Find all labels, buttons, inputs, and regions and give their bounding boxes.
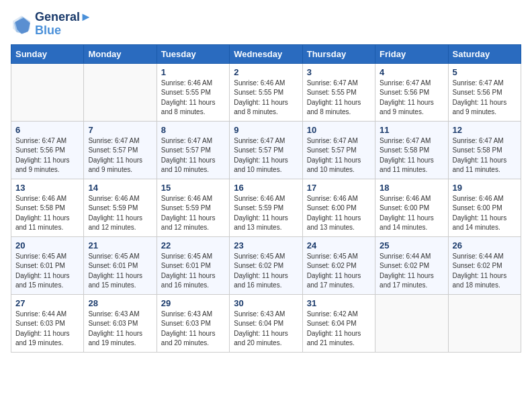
calendar-week-row: 1Sunrise: 6:46 AM Sunset: 5:55 PM Daylig… (11, 63, 521, 121)
calendar-cell: 23Sunrise: 6:45 AM Sunset: 6:02 PM Dayli… (230, 236, 302, 294)
calendar-cell: 22Sunrise: 6:45 AM Sunset: 6:01 PM Dayli… (157, 236, 229, 294)
day-number: 27 (15, 298, 79, 308)
weekday-header: Thursday (302, 44, 375, 63)
calendar-cell: 13Sunrise: 6:46 AM Sunset: 5:58 PM Dayli… (11, 179, 84, 236)
calendar-week-row: 13Sunrise: 6:46 AM Sunset: 5:58 PM Dayli… (11, 179, 521, 236)
day-number: 29 (161, 298, 225, 308)
logo-text: General► Blue (35, 11, 92, 38)
day-info: Sunrise: 6:43 AM Sunset: 6:04 PM Dayligh… (234, 310, 298, 349)
calendar-cell: 26Sunrise: 6:44 AM Sunset: 6:02 PM Dayli… (448, 236, 521, 294)
day-info: Sunrise: 6:47 AM Sunset: 5:58 PM Dayligh… (380, 136, 443, 175)
day-info: Sunrise: 6:46 AM Sunset: 6:00 PM Dayligh… (307, 194, 371, 233)
calendar-week-row: 27Sunrise: 6:44 AM Sunset: 6:03 PM Dayli… (11, 294, 521, 352)
calendar-cell: 18Sunrise: 6:46 AM Sunset: 6:00 PM Dayli… (375, 179, 448, 236)
calendar-cell: 28Sunrise: 6:43 AM Sunset: 6:03 PM Dayli… (84, 294, 157, 352)
calendar-cell: 17Sunrise: 6:46 AM Sunset: 6:00 PM Dayli… (302, 179, 375, 236)
logo: General► Blue (11, 11, 92, 38)
calendar-cell: 21Sunrise: 6:45 AM Sunset: 6:01 PM Dayli… (84, 236, 157, 294)
day-info: Sunrise: 6:43 AM Sunset: 6:03 PM Dayligh… (88, 310, 152, 349)
day-info: Sunrise: 6:47 AM Sunset: 5:57 PM Dayligh… (161, 136, 225, 175)
day-info: Sunrise: 6:47 AM Sunset: 5:55 PM Dayligh… (307, 79, 371, 118)
calendar-week-row: 20Sunrise: 6:45 AM Sunset: 6:01 PM Dayli… (11, 236, 521, 294)
day-info: Sunrise: 6:47 AM Sunset: 5:56 PM Dayligh… (380, 79, 443, 118)
calendar-cell: 8Sunrise: 6:47 AM Sunset: 5:57 PM Daylig… (157, 121, 229, 179)
page-header: General► Blue (11, 11, 521, 38)
day-info: Sunrise: 6:47 AM Sunset: 5:57 PM Dayligh… (88, 136, 152, 175)
day-number: 20 (15, 240, 79, 250)
day-number: 7 (88, 125, 152, 135)
calendar-cell: 9Sunrise: 6:47 AM Sunset: 5:57 PM Daylig… (230, 121, 302, 179)
calendar-cell: 30Sunrise: 6:43 AM Sunset: 6:04 PM Dayli… (230, 294, 302, 352)
calendar-cell: 19Sunrise: 6:46 AM Sunset: 6:00 PM Dayli… (448, 179, 521, 236)
day-info: Sunrise: 6:47 AM Sunset: 5:58 PM Dayligh… (453, 136, 517, 175)
day-number: 19 (453, 183, 517, 193)
day-info: Sunrise: 6:44 AM Sunset: 6:02 PM Dayligh… (380, 252, 443, 291)
day-number: 12 (453, 125, 517, 135)
day-info: Sunrise: 6:43 AM Sunset: 6:03 PM Dayligh… (161, 310, 225, 349)
day-number: 1 (161, 67, 225, 77)
calendar-cell: 10Sunrise: 6:47 AM Sunset: 5:57 PM Dayli… (302, 121, 375, 179)
calendar-cell: 15Sunrise: 6:46 AM Sunset: 5:59 PM Dayli… (157, 179, 229, 236)
day-number: 24 (307, 240, 371, 250)
calendar-cell: 11Sunrise: 6:47 AM Sunset: 5:58 PM Dayli… (375, 121, 448, 179)
day-number: 5 (453, 67, 517, 77)
calendar-cell: 2Sunrise: 6:46 AM Sunset: 5:55 PM Daylig… (230, 63, 302, 121)
day-number: 4 (380, 67, 443, 77)
calendar-cell (11, 63, 84, 121)
calendar-cell: 16Sunrise: 6:46 AM Sunset: 5:59 PM Dayli… (230, 179, 302, 236)
day-number: 10 (307, 125, 371, 135)
day-info: Sunrise: 6:47 AM Sunset: 5:56 PM Dayligh… (453, 79, 517, 118)
day-number: 17 (307, 183, 371, 193)
day-info: Sunrise: 6:42 AM Sunset: 6:04 PM Dayligh… (307, 310, 371, 349)
calendar-cell: 14Sunrise: 6:46 AM Sunset: 5:59 PM Dayli… (84, 179, 157, 236)
day-info: Sunrise: 6:47 AM Sunset: 5:56 PM Dayligh… (15, 136, 79, 175)
day-info: Sunrise: 6:46 AM Sunset: 5:58 PM Dayligh… (15, 194, 79, 233)
calendar-body: 1Sunrise: 6:46 AM Sunset: 5:55 PM Daylig… (11, 63, 521, 352)
day-number: 8 (161, 125, 225, 135)
day-info: Sunrise: 6:45 AM Sunset: 6:01 PM Dayligh… (15, 252, 79, 291)
day-number: 30 (234, 298, 298, 308)
day-info: Sunrise: 6:46 AM Sunset: 6:00 PM Dayligh… (380, 194, 443, 233)
day-info: Sunrise: 6:47 AM Sunset: 5:57 PM Dayligh… (234, 136, 298, 175)
calendar-cell: 25Sunrise: 6:44 AM Sunset: 6:02 PM Dayli… (375, 236, 448, 294)
day-number: 31 (307, 298, 371, 308)
day-number: 9 (234, 125, 298, 135)
day-number: 25 (380, 240, 443, 250)
day-number: 2 (234, 67, 298, 77)
day-number: 3 (307, 67, 371, 77)
weekday-header: Tuesday (157, 44, 229, 63)
calendar-cell: 20Sunrise: 6:45 AM Sunset: 6:01 PM Dayli… (11, 236, 84, 294)
day-info: Sunrise: 6:44 AM Sunset: 6:03 PM Dayligh… (15, 310, 79, 349)
day-info: Sunrise: 6:45 AM Sunset: 6:01 PM Dayligh… (88, 252, 152, 291)
calendar-header-row: SundayMondayTuesdayWednesdayThursdayFrid… (11, 44, 521, 63)
day-number: 6 (15, 125, 79, 135)
day-number: 21 (88, 240, 152, 250)
day-number: 28 (88, 298, 152, 308)
weekday-header: Saturday (448, 44, 521, 63)
calendar-cell: 4Sunrise: 6:47 AM Sunset: 5:56 PM Daylig… (375, 63, 448, 121)
calendar-cell: 31Sunrise: 6:42 AM Sunset: 6:04 PM Dayli… (302, 294, 375, 352)
calendar-cell: 12Sunrise: 6:47 AM Sunset: 5:58 PM Dayli… (448, 121, 521, 179)
calendar-cell (375, 294, 448, 352)
day-number: 15 (161, 183, 225, 193)
day-info: Sunrise: 6:45 AM Sunset: 6:02 PM Dayligh… (307, 252, 371, 291)
day-number: 14 (88, 183, 152, 193)
day-info: Sunrise: 6:46 AM Sunset: 6:00 PM Dayligh… (453, 194, 517, 233)
day-info: Sunrise: 6:45 AM Sunset: 6:01 PM Dayligh… (161, 252, 225, 291)
day-number: 18 (380, 183, 443, 193)
day-info: Sunrise: 6:46 AM Sunset: 5:55 PM Dayligh… (234, 79, 298, 118)
weekday-header: Friday (375, 44, 448, 63)
calendar-cell: 7Sunrise: 6:47 AM Sunset: 5:57 PM Daylig… (84, 121, 157, 179)
logo-icon (11, 13, 32, 35)
calendar-cell: 29Sunrise: 6:43 AM Sunset: 6:03 PM Dayli… (157, 294, 229, 352)
day-info: Sunrise: 6:46 AM Sunset: 5:55 PM Dayligh… (161, 79, 225, 118)
calendar-cell: 27Sunrise: 6:44 AM Sunset: 6:03 PM Dayli… (11, 294, 84, 352)
calendar-week-row: 6Sunrise: 6:47 AM Sunset: 5:56 PM Daylig… (11, 121, 521, 179)
calendar-table: SundayMondayTuesdayWednesdayThursdayFrid… (11, 44, 521, 353)
calendar-cell: 6Sunrise: 6:47 AM Sunset: 5:56 PM Daylig… (11, 121, 84, 179)
day-number: 23 (234, 240, 298, 250)
day-number: 26 (453, 240, 517, 250)
calendar-cell: 24Sunrise: 6:45 AM Sunset: 6:02 PM Dayli… (302, 236, 375, 294)
day-number: 22 (161, 240, 225, 250)
day-number: 13 (15, 183, 79, 193)
